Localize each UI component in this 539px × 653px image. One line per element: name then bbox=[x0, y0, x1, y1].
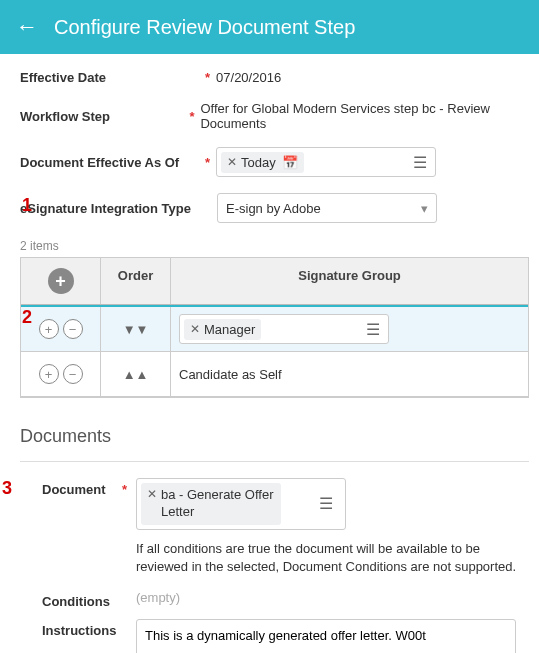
remove-icon[interactable]: ✕ bbox=[190, 322, 200, 336]
remove-icon[interactable]: ✕ bbox=[147, 487, 157, 503]
instructions-label: Instructions bbox=[42, 619, 122, 653]
required-marker: * bbox=[189, 109, 194, 124]
workflow-step-value: Offer for Global Modern Services step bc… bbox=[200, 101, 529, 131]
grid-row[interactable]: + − ▼▼ ✕ Manager ☰ bbox=[21, 305, 528, 352]
remove-icon[interactable]: ✕ bbox=[227, 155, 237, 169]
calendar-icon: 📅 bbox=[282, 155, 298, 170]
required-marker: * bbox=[122, 478, 136, 530]
effective-date-label: Effective Date bbox=[20, 70, 205, 85]
document-help-text: If all conditions are true the document … bbox=[136, 540, 529, 576]
add-icon[interactable]: + bbox=[39, 364, 59, 384]
back-arrow-icon[interactable]: ← bbox=[16, 14, 38, 40]
effective-date-value: 07/20/2016 bbox=[216, 70, 281, 85]
annotation-3: 3 bbox=[2, 478, 12, 499]
page-title: Configure Review Document Step bbox=[54, 16, 355, 39]
add-icon[interactable]: + bbox=[39, 319, 59, 339]
add-row-icon[interactable]: + bbox=[48, 268, 74, 294]
grid-count: 2 items bbox=[20, 239, 529, 253]
signature-grid: + Order Signature Group + − ▼▼ ✕ bbox=[20, 257, 529, 398]
pill-text: ba - Generate Offer Letter bbox=[161, 487, 275, 521]
chevron-down-icon: ▾ bbox=[421, 201, 428, 216]
signature-group-input[interactable]: ✕ Manager ☰ bbox=[179, 314, 389, 344]
esig-type-label: eSignature Integration Type bbox=[20, 201, 205, 216]
grid-header-signature-group: Signature Group bbox=[171, 258, 528, 304]
pill-text: Manager bbox=[204, 322, 255, 337]
documents-section-title: Documents bbox=[20, 426, 529, 447]
doc-effective-input[interactable]: ✕ Today 📅 ☰ bbox=[216, 147, 436, 177]
conditions-value: (empty) bbox=[136, 590, 180, 609]
annotation-1: 1 bbox=[22, 195, 32, 216]
workflow-step-label: Workflow Step bbox=[20, 109, 189, 124]
required-marker: * bbox=[205, 155, 210, 170]
page-header: ← Configure Review Document Step bbox=[0, 0, 539, 54]
signature-pill[interactable]: ✕ Manager bbox=[184, 319, 261, 340]
document-label: Document bbox=[42, 478, 122, 530]
esig-type-value: E-sign by Adobe bbox=[226, 201, 321, 216]
move-controls-icon[interactable]: ▲▲ bbox=[123, 367, 149, 382]
remove-icon[interactable]: − bbox=[63, 364, 83, 384]
document-input[interactable]: ✕ ba - Generate Offer Letter ☰ bbox=[136, 478, 346, 530]
move-controls-icon[interactable]: ▼▼ bbox=[123, 322, 149, 337]
annotation-2: 2 bbox=[22, 307, 32, 328]
conditions-label: Conditions bbox=[42, 590, 122, 609]
doc-effective-pill[interactable]: ✕ Today 📅 bbox=[221, 152, 304, 173]
grid-header-order: Order bbox=[101, 258, 171, 304]
list-icon[interactable]: ☰ bbox=[366, 320, 380, 339]
doc-effective-label: Document Effective As Of bbox=[20, 155, 205, 170]
grid-row[interactable]: + − ▲▲ Candidate as Self bbox=[21, 352, 528, 397]
instructions-textarea[interactable] bbox=[136, 619, 516, 653]
list-icon[interactable]: ☰ bbox=[319, 494, 333, 513]
document-pill[interactable]: ✕ ba - Generate Offer Letter bbox=[141, 483, 281, 525]
remove-icon[interactable]: − bbox=[63, 319, 83, 339]
list-icon[interactable]: ☰ bbox=[413, 153, 427, 172]
grid-header-actions: + bbox=[21, 258, 101, 304]
signature-group-value: Candidate as Self bbox=[179, 367, 282, 382]
esig-type-select[interactable]: E-sign by Adobe ▾ bbox=[217, 193, 437, 223]
required-marker: * bbox=[205, 70, 210, 85]
pill-text: Today bbox=[241, 155, 276, 170]
